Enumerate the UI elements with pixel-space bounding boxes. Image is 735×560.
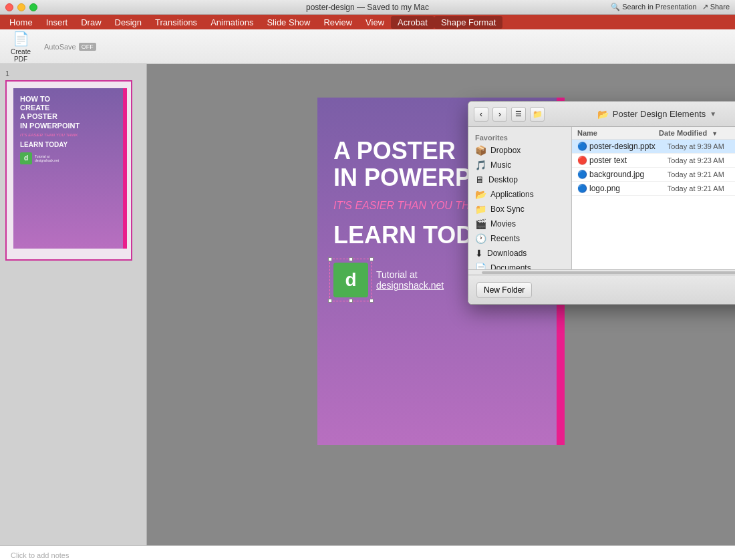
- desktop-label: Desktop: [488, 175, 518, 184]
- sidebar-item-movies[interactable]: 🎬 Movies: [468, 217, 571, 231]
- handle-bm: [349, 299, 353, 303]
- menu-draw[interactable]: Draw: [74, 16, 108, 29]
- file-row-logo[interactable]: 🔵 logo.png Today at 9:21 AM 1 KB Adobe..…: [572, 182, 735, 196]
- content-area: A POSTERIN POWERPOINT IT'S EASIER THAN Y…: [147, 64, 735, 545]
- handle-bl: [328, 299, 332, 303]
- applications-label: Applications: [490, 190, 534, 199]
- menu-shape-format[interactable]: Shape Format: [434, 16, 502, 29]
- documents-label: Documents: [490, 263, 531, 269]
- create-pdf-label: CreatePDF: [11, 48, 31, 63]
- poster-tutorial-link: designshack.net: [376, 280, 444, 291]
- dialog-back-button[interactable]: ‹: [474, 107, 488, 122]
- title-bar: poster-design — Saved to my Mac 🔍 Search…: [0, 0, 735, 15]
- file-row-poster-design[interactable]: 🔵 poster-design.pptx Today at 9:39 AM 63…: [572, 140, 735, 154]
- menu-review[interactable]: Review: [317, 16, 359, 29]
- new-folder-button[interactable]: New Folder: [476, 282, 532, 298]
- slide-thumb-subtitle: IT'S EASIER THAN YOU THINK: [20, 133, 120, 137]
- dropbox-label: Dropbox: [490, 146, 521, 155]
- sidebar-item-box-sync[interactable]: 📁 Box Sync: [468, 202, 571, 217]
- box-sync-icon: 📁: [475, 204, 486, 215]
- recents-icon: 🕐: [475, 233, 486, 244]
- title-bar-right: 🔍 Search in Presentation ↗ Share: [611, 3, 730, 11]
- share-icon[interactable]: ↗ Share: [702, 3, 730, 11]
- dropbox-icon: 📦: [475, 145, 486, 156]
- menu-acrobat[interactable]: Acrobat: [391, 16, 434, 29]
- downloads-label: Downloads: [487, 249, 527, 258]
- sidebar-item-applications[interactable]: 📂 Applications: [468, 187, 571, 202]
- dialog-location: 📂 Poster Design Elements ▼: [549, 109, 735, 120]
- slide-thumbnail[interactable]: HOW TOCREATEA POSTERIN POWERPOINT IT'S E…: [5, 80, 132, 261]
- dialog-sidebar: Favorites 📦 Dropbox 🎵 Music 🖥 Desktop: [468, 127, 572, 269]
- file-row-background[interactable]: 🔵 background.jpg Today at 9:21 AM 2.6 MB…: [572, 168, 735, 182]
- slide-thumb-cta: LEARN TODAY: [20, 141, 120, 148]
- minimize-button[interactable]: [17, 3, 25, 11]
- dialog-scrollbar[interactable]: [482, 271, 735, 274]
- dialog-footer: New Folder Cancel Choose: [468, 275, 735, 304]
- poster-tutorial-area: Tutorial at designshack.net: [376, 269, 444, 291]
- favorites-header: Favorites: [468, 131, 571, 143]
- file-icon-pptx: 🔵: [577, 142, 587, 151]
- file-icon-docx: 🔴: [577, 156, 587, 165]
- slide-thumb-logo-area: d Tutorial atdesignshack.net: [20, 152, 120, 164]
- window-title: poster-design — Saved to my Mac: [306, 3, 429, 12]
- menu-transitions[interactable]: Transitions: [148, 16, 204, 29]
- dialog-view-button[interactable]: ☰: [511, 107, 526, 122]
- handle-tm: [349, 257, 353, 261]
- sidebar-item-music[interactable]: 🎵 Music: [468, 158, 571, 172]
- slide-thumb-logo: d: [20, 152, 32, 164]
- poster-logo-area[interactable]: d Tutorial at designshack: [333, 263, 444, 297]
- music-label: Music: [490, 160, 511, 170]
- slide-number: 1: [5, 69, 141, 78]
- sort-chevron-icon: ▼: [712, 130, 718, 137]
- search-in-presentation[interactable]: 🔍 Search in Presentation: [611, 3, 696, 11]
- handle-tl: [328, 257, 332, 261]
- menu-animations[interactable]: Animations: [204, 16, 260, 29]
- dialog-files: Name Date Modified ▼ Size Kind 🔵 poster-…: [572, 127, 735, 269]
- maximize-button[interactable]: [29, 3, 37, 11]
- notes-area[interactable]: Click to add notes: [0, 545, 735, 560]
- dialog-folder-button[interactable]: 📁: [530, 107, 545, 122]
- handle-tr: [370, 257, 374, 261]
- toolbar: 📄 CreatePDF AutoSave OFF: [0, 29, 735, 64]
- slide-thumb-title: HOW TOCREATEA POSTERIN POWERPOINT: [20, 95, 120, 130]
- sidebar-item-desktop[interactable]: 🖥 Desktop: [468, 172, 571, 187]
- col-date[interactable]: Date Modified ▼: [659, 129, 735, 137]
- dialog-scrollbar-area: [468, 269, 735, 275]
- chevron-down-icon: ▼: [710, 110, 716, 118]
- slide-thumb-pink-bar: [123, 88, 127, 249]
- close-button[interactable]: [5, 3, 13, 11]
- main-area: 1 HOW TOCREATEA POSTERIN POWERPOINT IT'S…: [0, 64, 735, 545]
- autosave-indicator: AutoSave OFF: [44, 43, 96, 51]
- dialog-forward-button[interactable]: ›: [492, 107, 507, 122]
- menu-design[interactable]: Design: [108, 16, 148, 29]
- music-icon: 🎵: [475, 160, 486, 170]
- dialog-location-text: Poster Design Elements: [613, 109, 706, 119]
- notes-placeholder: Click to add notes: [11, 551, 69, 559]
- file-dialog: ‹ › ☰ 📁 📂 Poster Design Elements ▼ Favor…: [468, 101, 735, 305]
- file-icon-png: 🔵: [577, 184, 587, 193]
- downloads-icon: ⬇: [475, 248, 483, 259]
- sidebar-item-documents[interactable]: 📄 Documents: [468, 261, 571, 269]
- file-table-header: Name Date Modified ▼ Size Kind: [572, 127, 735, 140]
- menu-bar: Home Insert Draw Design Transitions Anim…: [0, 15, 735, 29]
- create-pdf-icon: 📄: [13, 31, 29, 47]
- file-date-background: Today at 9:21 AM: [668, 170, 735, 178]
- file-date-poster-text: Today at 9:23 AM: [668, 156, 735, 164]
- menu-view[interactable]: View: [359, 16, 391, 29]
- menu-slideshow[interactable]: Slide Show: [260, 16, 317, 29]
- menu-insert[interactable]: Insert: [39, 16, 75, 29]
- documents-icon: 📄: [475, 263, 486, 269]
- applications-icon: 📂: [475, 189, 486, 200]
- poster-tutorial-text: Tutorial at: [376, 269, 444, 280]
- movies-label: Movies: [490, 219, 516, 229]
- sidebar-item-recents[interactable]: 🕐 Recents: [468, 231, 571, 246]
- poster-logo: d: [333, 263, 368, 297]
- sidebar-item-dropbox[interactable]: 📦 Dropbox: [468, 143, 571, 158]
- dialog-body: Favorites 📦 Dropbox 🎵 Music 🖥 Desktop: [468, 127, 735, 269]
- sidebar-item-downloads[interactable]: ⬇ Downloads: [468, 246, 571, 261]
- col-name[interactable]: Name: [577, 129, 659, 137]
- create-pdf-button[interactable]: 📄 CreatePDF: [5, 28, 36, 65]
- file-name-logo: logo.png: [589, 184, 668, 193]
- menu-home[interactable]: Home: [3, 16, 39, 29]
- file-row-poster-text[interactable]: 🔴 poster text Today at 9:23 AM 11 KB Mic…: [572, 154, 735, 168]
